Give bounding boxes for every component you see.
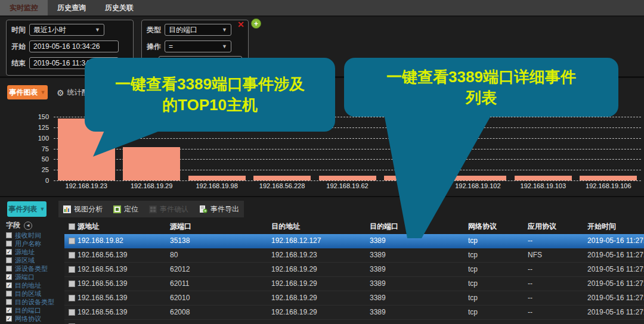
event-chart-button[interactable]: 事件图表▼ [7, 85, 48, 99]
field-toggle-item[interactable]: ✓目的端口 [6, 306, 63, 314]
chart-bar[interactable] [384, 176, 441, 180]
field-toggle-item[interactable]: 目的区域 [6, 289, 63, 298]
x-axis-tick-label: 192.168.19.103 [510, 182, 575, 189]
field-checkbox[interactable] [6, 266, 12, 272]
table-row[interactable] [64, 320, 644, 324]
add-filter-icon[interactable]: + [251, 18, 261, 29]
field-toggle-item[interactable]: ✓源地址 [6, 248, 63, 256]
table-row[interactable]: 192.168.56.13962010192.168.19.293389tcp-… [64, 291, 644, 306]
fields-header: 字段 ◄ [6, 220, 32, 230]
callout-line: 列表 [344, 88, 618, 108]
x-axis-tick-label: 192.168.19.29 [119, 182, 184, 189]
collapse-fields-icon[interactable]: ◄ [24, 222, 32, 230]
start-datetime-input[interactable]: 2019-05-16 10:34:26 [29, 40, 119, 52]
row-checkbox[interactable] [69, 295, 75, 301]
field-label: 目的地址 [15, 281, 41, 290]
field-toggle-item[interactable]: 接收时间 [6, 231, 63, 239]
table-cell: 192.168.19.29 [271, 306, 317, 319]
tab-history-query[interactable]: 历史查询 [48, 0, 95, 15]
chart-bar[interactable] [253, 176, 311, 180]
row-checkbox[interactable] [69, 281, 75, 287]
view-analysis-button[interactable]: 视图分析 [63, 204, 103, 214]
chart-analysis-icon [63, 205, 71, 213]
y-axis-tick-label: 75 [29, 145, 49, 152]
event-export-button[interactable]: 事件导出 [199, 204, 239, 214]
column-header[interactable]: 应用协议 [528, 219, 556, 234]
field-checkbox[interactable]: ✓ [6, 249, 12, 255]
table-cell: -- [528, 234, 532, 248]
column-header[interactable]: 源端口 [170, 219, 191, 234]
table-row[interactable]: 192.168.56.13962008192.168.19.293389tcp-… [64, 306, 644, 320]
locate-button[interactable]: 定位 [113, 204, 138, 214]
chart-bar[interactable] [188, 176, 246, 180]
select-all-checkbox[interactable] [69, 223, 75, 230]
row-checkbox[interactable] [69, 252, 75, 258]
field-checkbox[interactable] [6, 291, 12, 297]
row-checkbox[interactable] [69, 238, 75, 244]
field-toggle-item[interactable]: 源区域 [6, 256, 63, 264]
field-toggle-item[interactable]: ✓源端口 [6, 273, 63, 281]
type-select[interactable]: 目的端口▼ [165, 24, 231, 36]
time-label: 时间 [11, 25, 26, 35]
table-cell: 3389 [370, 248, 386, 262]
y-axis-tick-label: 150 [29, 113, 49, 120]
field-label: 用户名称 [15, 239, 41, 248]
table-row[interactable]: 192.168.56.13980192.168.19.233389tcpNFS2… [64, 248, 644, 263]
chart-gridline [54, 180, 641, 181]
field-label: 目的端口 [15, 306, 41, 315]
type-label: 类型 [147, 25, 161, 35]
field-toggle-item[interactable]: ✓目的地址 [6, 281, 63, 289]
remove-filter-icon[interactable]: ✕ [237, 20, 244, 29]
locate-icon [113, 205, 121, 213]
table-row[interactable]: 192.168.19.8235138192.168.12.1273389tcp-… [64, 234, 644, 248]
x-axis-tick-label: 192.168.56.228 [249, 182, 314, 189]
chart-bar[interactable] [515, 176, 572, 180]
field-checkbox[interactable]: ✓ [6, 307, 12, 313]
field-checkbox[interactable]: ✓ [6, 316, 12, 322]
tab-realtime-monitor[interactable]: 实时监控 [0, 0, 48, 15]
field-toggle-item[interactable]: ✓网络协议 [6, 314, 63, 323]
field-toggle-item[interactable]: 目的设备类型 [6, 298, 63, 306]
tab-history-correlation[interactable]: 历史关联 [95, 0, 143, 15]
row-checkbox[interactable] [69, 266, 75, 273]
event-list-button[interactable]: 事件列表▼ [7, 201, 47, 217]
table-cell: tcp [468, 291, 478, 305]
field-checkbox[interactable]: ✓ [6, 274, 12, 280]
field-checkbox[interactable] [6, 241, 12, 247]
operator-select[interactable]: =▼ [165, 40, 231, 52]
time-range-select[interactable]: 最近1小时▼ [29, 24, 104, 36]
field-checkbox[interactable] [6, 232, 12, 238]
y-axis-tick-label: 25 [29, 166, 49, 173]
table-cell: tcp [468, 263, 478, 276]
table-cell: 192.168.19.29 [271, 291, 317, 305]
table-cell: 192.168.19.23 [271, 248, 317, 262]
chart-bar[interactable] [580, 176, 637, 180]
chevron-down-icon: ▼ [41, 89, 46, 95]
start-label: 开始 [11, 42, 26, 52]
field-checkbox[interactable]: ✓ [6, 282, 12, 288]
x-axis-tick-label: 192.168.19.98 [184, 182, 249, 189]
y-axis-tick-label: 125 [29, 124, 49, 131]
field-checkbox[interactable] [6, 299, 12, 305]
chart-bar[interactable] [123, 147, 180, 180]
chart-bar[interactable] [449, 176, 506, 180]
table-row[interactable]: 192.168.56.13962011192.168.19.293389tcp-… [64, 277, 644, 291]
row-checkbox[interactable] [69, 309, 75, 316]
field-toggle-item[interactable]: 用户名称 [6, 239, 63, 248]
table-cell: 80 [170, 248, 178, 262]
column-header[interactable]: 目的端口 [370, 219, 398, 234]
column-header[interactable]: 目的地址 [271, 219, 300, 234]
table-cell: 192.168.56.139 [78, 291, 127, 305]
table-cell: tcp [468, 277, 478, 291]
field-toggle-item[interactable]: 源设备类型 [6, 264, 63, 273]
column-header[interactable]: 网络协议 [468, 219, 497, 234]
table-cell: 62008 [170, 306, 190, 319]
column-header[interactable]: 开始时间 [587, 219, 616, 234]
table-row[interactable]: 192.168.56.13962012192.168.19.293389tcp-… [64, 263, 644, 277]
event-confirm-button: 事件确认 [149, 204, 188, 214]
chart-bar[interactable] [319, 176, 376, 180]
field-checkbox[interactable] [6, 257, 12, 263]
gear-icon: ⚙ [57, 88, 64, 98]
tab-bar: 实时监控 历史查询 历史关联 [0, 0, 644, 17]
column-header[interactable]: 源地址 [78, 219, 99, 234]
